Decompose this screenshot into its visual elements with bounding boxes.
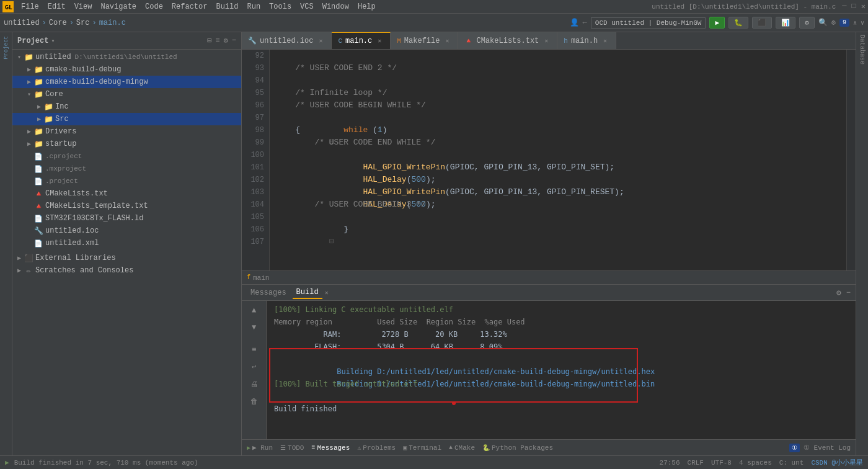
tree-mxproject[interactable]: ▶ 📄 .mxproject [12, 163, 241, 175]
menu-run[interactable]: Run [243, 1, 264, 12]
menu-tools[interactable]: Tools [265, 1, 295, 12]
build-up-icon[interactable]: ▲ [252, 303, 256, 316]
btool-run[interactable]: ▶ ▶ Run [247, 444, 273, 452]
debug-button[interactable]: 🐛 [728, 17, 748, 29]
tree-ioc[interactable]: ▶ 🔧 untitled.ioc [12, 225, 241, 237]
tab-cmake-close[interactable]: ✕ [542, 37, 551, 45]
menu-refactor[interactable]: Refactor [168, 1, 211, 12]
toolbar: untitled › Core › Src › main.c 👤 ← OCD u… [0, 14, 868, 32]
btool-problems[interactable]: ⚠ Problems [357, 444, 396, 452]
breadcrumb-untitled[interactable]: untitled [4, 19, 40, 27]
tree-cproject[interactable]: ▶ 📄 .cproject [12, 150, 241, 163]
inc-folder-icon: 📁 [43, 102, 53, 111]
btool-python[interactable]: 🐍 Python Packages [482, 444, 553, 452]
menu-navigate[interactable]: Navigate [97, 1, 140, 12]
tab-ioc-close[interactable]: ✕ [316, 37, 325, 45]
code-line-107 [276, 236, 840, 248]
btool-eventlog[interactable]: ① ① Event Log [789, 444, 851, 452]
project-settings-icon[interactable]: ≡ [215, 36, 219, 45]
tree-drivers[interactable]: ▶ 📁 Drivers [12, 125, 241, 138]
menu-code[interactable]: Code [141, 1, 167, 12]
tree-project[interactable]: ▶ 📄 .project [12, 175, 241, 187]
run-button[interactable]: ▶ [709, 17, 725, 29]
bottom-panel-settings[interactable]: ⚙ [836, 288, 841, 298]
tab-makefile-close[interactable]: ✕ [443, 37, 451, 45]
project-options-icon[interactable]: ⚙ [224, 36, 228, 45]
user-icon[interactable]: 👤 [570, 18, 579, 27]
bottom-tab-close[interactable]: ✕ [325, 289, 329, 297]
collapse-all-icon[interactable]: ⊟ [207, 36, 211, 45]
expand-icon[interactable]: ∧ [853, 19, 857, 27]
inc-label: Inc [55, 102, 69, 111]
btool-terminal[interactable]: ▣ Terminal [403, 444, 441, 452]
build-down-icon[interactable]: ▼ [252, 321, 256, 333]
tree-ldfile[interactable]: ▶ 📄 STM32F103C8Tx_FLASH.ld [12, 212, 241, 225]
tree-startup[interactable]: ▶ 📁 startup [12, 138, 241, 150]
tab-mainh-close[interactable]: ✕ [601, 37, 609, 45]
menu-vcs[interactable]: VCS [296, 1, 317, 12]
tree-inc[interactable]: ▶ 📁 Inc [12, 100, 241, 113]
breadcrumb-mainc[interactable]: main.c [99, 19, 126, 27]
watermark: CSDN @小小星星 [811, 458, 863, 467]
minimize-button[interactable]: ─ [842, 2, 846, 11]
settings-button[interactable]: ⚙ [831, 18, 836, 27]
build-print-icon[interactable]: 🖨 [250, 378, 258, 390]
build-filter-icon[interactable]: ≡ [252, 343, 256, 355]
menu-window[interactable]: Window [319, 1, 353, 12]
breadcrumb-src[interactable]: Src [76, 19, 90, 27]
menu-help[interactable]: Help [354, 1, 379, 12]
tab-makefile[interactable]: M Makefile ✕ [391, 32, 458, 50]
tree-core[interactable]: ▾ 📁 Core [12, 88, 241, 100]
tree-xml[interactable]: ▶ 📄 untitled.xml [12, 237, 241, 249]
more-run-options[interactable]: ⚙ [799, 17, 815, 29]
debug-config-dropdown[interactable]: OCD untitled | Debug-MinGW [591, 17, 706, 29]
rsidebar-database[interactable]: Database [859, 35, 866, 65]
btool-cmake[interactable]: ▲ CMake [449, 444, 475, 452]
menu-view[interactable]: View [71, 1, 96, 12]
inc-arrow: ▶ [35, 103, 43, 110]
tab-mainc-close[interactable]: ✕ [375, 37, 384, 45]
code-content[interactable]: /* USER CODE END 2 */ /* Infinite loop *… [270, 50, 846, 270]
event-log-item[interactable]: ① ① Event Log [789, 444, 851, 452]
breadcrumb-fn: main [253, 274, 269, 282]
tab-mainh[interactable]: h main.h ✕ [557, 32, 616, 50]
breadcrumb-core[interactable]: Core [49, 19, 67, 27]
search-everywhere-button[interactable]: 🔍 [818, 18, 828, 27]
menu-file[interactable]: File [17, 1, 43, 12]
bottom-tab-build[interactable]: Build [293, 287, 322, 299]
close-button[interactable]: ✕ [861, 2, 866, 11]
ldfile-label: STM32F103C8Tx_FLASH.ld [45, 214, 143, 223]
fold-indicator-105[interactable]: ⊟ [329, 237, 334, 246]
project-dropdown-icon[interactable]: ▾ [51, 37, 55, 45]
btool-messages[interactable]: ≡ Messages [311, 444, 350, 452]
build-wrap-icon[interactable]: ↩ [252, 360, 256, 373]
project-close-icon[interactable]: − [232, 36, 236, 45]
btool-cmake-label: CMake [454, 444, 475, 452]
editor-scrollbar[interactable] [846, 50, 856, 270]
project-sidebar-icon[interactable]: Project [2, 35, 11, 61]
profile-button[interactable]: 📊 [776, 17, 795, 29]
tab-ioc[interactable]: 🔧 untitled.ioc ✕ [242, 32, 332, 50]
back-button[interactable]: ← [583, 19, 587, 27]
menu-build[interactable]: Build [212, 1, 242, 12]
tree-src[interactable]: ▶ 📁 Src [12, 113, 241, 125]
tree-scratches[interactable]: ▶ ✏ Scratches and Consoles [12, 264, 241, 277]
editor-tab-bar: 🔧 untitled.ioc ✕ C main.c ✕ M Makefile ✕… [242, 32, 856, 50]
tree-cmakelists-template[interactable]: ▶ 🔺 CMakeLists_template.txt [12, 200, 241, 212]
tree-cmake-debug[interactable]: ▶ 📁 cmake-build-debug [12, 63, 241, 76]
collapse-icon[interactable]: ∨ [861, 19, 864, 27]
build-clear-icon[interactable]: 🗑 [250, 395, 258, 408]
btool-todo[interactable]: ☰ TODO [280, 444, 304, 452]
bottom-tab-messages[interactable]: Messages [247, 287, 290, 298]
tree-root[interactable]: ▾ 📁 untitled D:\untitled1\led\untitled [12, 51, 241, 63]
maximize-button[interactable]: □ [852, 2, 856, 11]
tree-external-libs[interactable]: ▶ ⬛ External Libraries [12, 252, 241, 264]
menu-edit[interactable]: Edit [44, 1, 69, 12]
tree-cmake-debug-mingw[interactable]: ▶ 📁 cmake-build-debug-mingw [12, 76, 241, 88]
build-line-3: FLASH: 5304 B 64 KB 8.09% [274, 341, 851, 353]
bottom-panel-minimize[interactable]: − [846, 288, 851, 297]
tab-mainc[interactable]: C main.c ✕ [332, 32, 391, 50]
coverage-button[interactable]: ⬛ [752, 17, 772, 29]
tree-cmakelists[interactable]: ▶ 🔺 CMakeLists.txt [12, 187, 241, 200]
tab-cmake[interactable]: 🔺 CMakeLists.txt ✕ [458, 32, 557, 50]
